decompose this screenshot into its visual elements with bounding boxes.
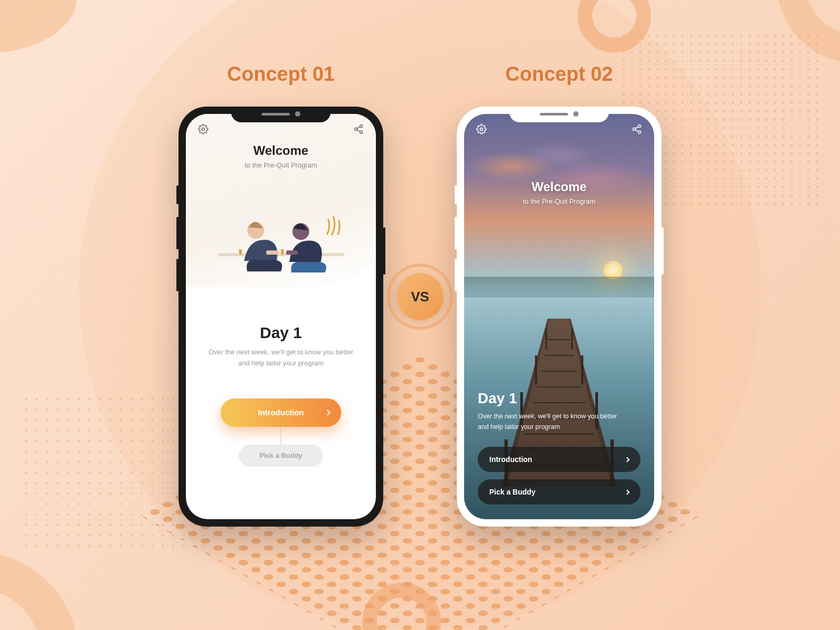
svg-line-4	[357, 127, 360, 128]
svg-point-0	[202, 128, 205, 131]
svg-point-2	[355, 128, 358, 131]
phone-frame-dark: Welcome to the Pre-Quit Program	[178, 107, 383, 527]
concept-02-title: Concept 02	[506, 63, 613, 86]
day-title: Day 1	[478, 390, 640, 407]
svg-rect-8	[266, 250, 279, 255]
chevron-right-icon	[324, 410, 330, 415]
svg-point-34	[638, 131, 641, 133]
phone-notch	[509, 107, 609, 122]
chevron-right-icon	[625, 489, 630, 495]
welcome-title: Welcome	[186, 143, 376, 158]
day-title: Day 1	[204, 324, 358, 342]
welcome-subtitle: to the Pre-Quit Program	[186, 161, 376, 169]
concept-01-screen: Welcome to the Pre-Quit Program	[186, 114, 376, 519]
vs-label: VS	[411, 289, 429, 305]
share-icon[interactable]	[353, 123, 364, 135]
svg-rect-6	[218, 253, 344, 256]
gear-icon[interactable]	[197, 123, 209, 135]
concept-01-title: Concept 01	[227, 63, 335, 86]
concept-02-screen: Welcome to the Pre-Quit Program Day 1 Ov…	[464, 114, 654, 519]
welcome-subtitle: to the Pre-Quit Program	[464, 197, 654, 205]
phone-notch	[231, 107, 331, 122]
gear-icon[interactable]	[476, 123, 487, 135]
button-label: Pick a Buddy	[259, 452, 302, 459]
introduction-button[interactable]: Introduction	[220, 398, 341, 427]
phone-frame-light: Welcome to the Pre-Quit Program Day 1 Ov…	[457, 107, 662, 527]
svg-line-5	[357, 130, 360, 131]
concept-01: Concept 01	[178, 63, 383, 527]
svg-rect-10	[286, 250, 298, 255]
day-description: Over the next week, we'll get to know yo…	[478, 411, 625, 432]
pick-buddy-button[interactable]: Pick a Buddy	[478, 479, 640, 505]
svg-point-33	[633, 128, 636, 131]
svg-line-35	[635, 127, 638, 128]
chevron-right-icon	[625, 457, 630, 462]
welcome-title: Welcome	[464, 180, 654, 194]
svg-point-3	[360, 131, 363, 133]
share-icon[interactable]	[631, 123, 643, 135]
vs-badge: VS	[396, 273, 444, 320]
button-label: Introduction	[258, 408, 303, 417]
pick-buddy-button[interactable]: Pick a Buddy	[239, 445, 323, 467]
people-illustration	[207, 198, 354, 292]
connector-line	[280, 427, 281, 445]
svg-line-36	[635, 130, 638, 131]
concept-02: Concept 02	[457, 63, 662, 527]
svg-point-32	[638, 125, 641, 128]
day-description: Over the next week, we'll get to know yo…	[204, 347, 358, 369]
svg-point-1	[360, 125, 363, 128]
svg-point-31	[480, 128, 483, 131]
button-label: Introduction	[489, 455, 532, 464]
introduction-button[interactable]: Introduction	[478, 447, 640, 472]
button-label: Pick a Buddy	[489, 488, 536, 496]
